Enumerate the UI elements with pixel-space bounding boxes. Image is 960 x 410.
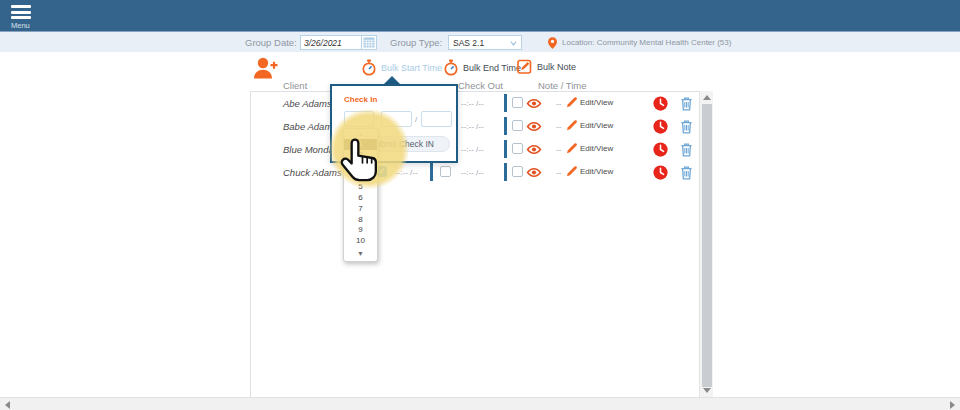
- column-divider: [430, 163, 433, 181]
- dropdown-option[interactable]: 7: [344, 204, 377, 215]
- bulk-end-time-label: Bulk End Time: [463, 63, 521, 73]
- bulk-end-time-button[interactable]: Bulk End Time: [444, 59, 521, 76]
- pencil-icon: [566, 166, 577, 177]
- vertical-scrollbar[interactable]: [699, 91, 713, 397]
- view-eye-icon[interactable]: [526, 121, 542, 132]
- time-slash-separator: /: [415, 115, 417, 124]
- pencil-icon: [566, 120, 577, 131]
- location-text: Location: Community Mental Health Center…: [562, 38, 731, 47]
- dropdown-options: 12345678910: [344, 139, 377, 247]
- edit-view-button[interactable]: Edit/View: [566, 97, 613, 108]
- edit-view-label: Edit/View: [580, 98, 613, 107]
- client-name: Chuck Adams: [283, 167, 342, 178]
- time-log-clock-icon[interactable]: [653, 165, 668, 180]
- delete-trash-icon[interactable]: [680, 142, 693, 157]
- header-client: Client: [283, 80, 307, 91]
- delete-trash-icon[interactable]: [680, 165, 693, 180]
- location-pin-icon: [548, 37, 557, 49]
- bulk-note-label: Bulk Note: [537, 62, 576, 72]
- note-checkbox[interactable]: [512, 166, 523, 177]
- view-eye-icon[interactable]: [526, 144, 542, 155]
- dropdown-scroll-down-icon[interactable]: ▼: [344, 247, 377, 261]
- column-divider: [504, 94, 507, 112]
- dropdown-scroll-up-icon[interactable]: ▲: [344, 129, 377, 139]
- edit-view-button[interactable]: Edit/View: [566, 120, 613, 131]
- top-nav-bar: Menu: [0, 0, 960, 31]
- client-name: Abe Adams: [283, 98, 332, 109]
- time-log-clock-icon[interactable]: [653, 119, 668, 134]
- edit-view-label: Edit/View: [580, 167, 613, 176]
- edit-view-button[interactable]: Edit/View: [566, 166, 613, 177]
- stopwatch-icon: [444, 59, 458, 76]
- scroll-down-arrow-icon[interactable]: [703, 388, 711, 393]
- dropdown-option[interactable]: 5: [344, 182, 377, 193]
- scroll-right-arrow-icon[interactable]: [950, 401, 955, 409]
- note-checkbox[interactable]: [512, 120, 523, 131]
- check-out-time: --:-- /--: [461, 122, 484, 131]
- column-divider: [504, 140, 507, 158]
- scroll-left-arrow-icon[interactable]: [5, 401, 10, 409]
- stopwatch-icon: [362, 59, 376, 76]
- chevron-down-icon: [510, 40, 517, 47]
- time-log-clock-icon[interactable]: [653, 96, 668, 111]
- column-divider: [504, 163, 507, 181]
- table-row: Blue Monday --:-- /-- --:-- /-- -- Edit/…: [0, 138, 960, 161]
- hour-dropdown-list: ▲ 12345678910 ▼: [343, 128, 378, 262]
- pencil-icon: [566, 97, 577, 108]
- horizontal-scrollbar[interactable]: [0, 397, 960, 410]
- dropdown-option[interactable]: 6: [344, 193, 377, 204]
- header-check-out: Check Out: [458, 80, 503, 91]
- time-log-clock-icon[interactable]: [653, 142, 668, 157]
- note-placeholder: --: [556, 145, 561, 154]
- note-checkbox[interactable]: [512, 143, 523, 154]
- view-eye-icon[interactable]: [526, 98, 542, 109]
- vertical-scrollbar-thumb[interactable]: [702, 104, 712, 387]
- group-date-input[interactable]: [300, 35, 362, 50]
- check-out-checkbox[interactable]: [440, 166, 451, 177]
- edit-view-button[interactable]: Edit/View: [566, 143, 613, 154]
- header-note-time: Note / Time: [538, 80, 587, 91]
- bulk-start-time-label: Bulk Start Time: [381, 63, 442, 73]
- menu-label: Menu: [11, 21, 30, 30]
- hour-input[interactable]: [344, 111, 374, 127]
- table-row: Babe Adams --:-- /-- --:-- /-- -- Edit/V…: [0, 115, 960, 138]
- bulk-note-button[interactable]: Bulk Note: [517, 59, 576, 74]
- minute-input[interactable]: [381, 111, 412, 127]
- dropdown-option[interactable]: 8: [344, 215, 377, 226]
- table-row: Chuck Adams --:-- /-- --:-- /-- -- Edit/…: [0, 161, 960, 184]
- note-edit-icon: [517, 59, 532, 74]
- group-type-select[interactable]: SAS 2.1: [448, 35, 522, 50]
- column-divider: [504, 117, 507, 135]
- meridiem-input[interactable]: [421, 111, 452, 127]
- check-out-time: --:-- /--: [461, 168, 484, 177]
- dropdown-option[interactable]: 2: [344, 150, 377, 161]
- edit-view-label: Edit/View: [580, 121, 613, 130]
- dropdown-option[interactable]: 1: [344, 139, 377, 150]
- group-type-value: SAS 2.1: [453, 38, 484, 48]
- client-name: Babe Adams: [283, 121, 337, 132]
- dropdown-option[interactable]: 9: [344, 225, 377, 236]
- filter-bar: Group Date: Group Type: SAS 2.1 Location…: [0, 31, 960, 52]
- group-type-label: Group Type:: [390, 37, 442, 48]
- check-out-time: --:-- /--: [461, 99, 484, 108]
- scroll-up-arrow-icon[interactable]: [703, 95, 711, 100]
- dropdown-option[interactable]: 3: [344, 161, 377, 172]
- note-placeholder: --: [556, 168, 561, 177]
- calendar-button[interactable]: [361, 35, 377, 50]
- dropdown-option[interactable]: 10: [344, 236, 377, 247]
- pencil-icon: [566, 143, 577, 154]
- note-placeholder: --: [556, 99, 561, 108]
- dropdown-option[interactable]: 4: [344, 171, 377, 182]
- menu-button[interactable]: Menu: [10, 4, 36, 28]
- bulk-start-time-button[interactable]: Bulk Start Time: [362, 59, 442, 76]
- check-out-time: --:-- /--: [461, 145, 484, 154]
- group-session-page: Menu Group Date: Group Type: SAS 2.1 Loc…: [0, 0, 960, 410]
- delete-trash-icon[interactable]: [680, 119, 693, 134]
- calendar-icon: [363, 37, 375, 48]
- view-eye-icon[interactable]: [526, 167, 542, 178]
- add-client-button[interactable]: [252, 56, 279, 84]
- note-placeholder: --: [556, 122, 561, 131]
- delete-trash-icon[interactable]: [680, 96, 693, 111]
- note-checkbox[interactable]: [512, 97, 523, 108]
- edit-view-label: Edit/View: [580, 144, 613, 153]
